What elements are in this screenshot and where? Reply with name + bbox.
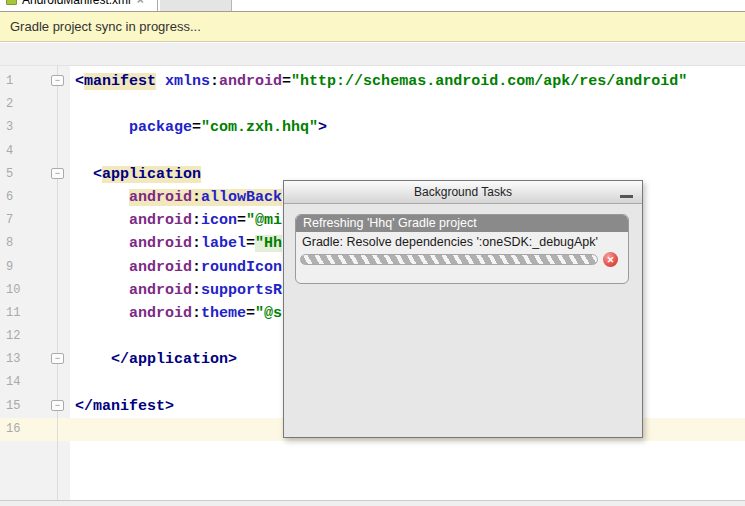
minimize-button[interactable] [620, 195, 633, 198]
code-line[interactable] [0, 140, 745, 163]
gradle-sync-banner: Gradle project sync in progress... [0, 12, 745, 42]
code-line[interactable]: package="com.zxh.hhq"> [0, 116, 745, 139]
code-line[interactable]: <manifest xmlns:android="http://schemas.… [0, 70, 745, 93]
cancel-x-icon: ✕ [607, 255, 615, 265]
fold-markers: −−−− [0, 70, 70, 500]
gradle-sync-message: Gradle project sync in progress... [10, 19, 201, 34]
dialog-body: Refreshing 'Hhq' Gradle project Gradle: … [284, 204, 642, 284]
task-label: Gradle: Resolve dependencies ':oneSDK:_d… [296, 232, 628, 249]
close-icon[interactable]: × [137, 0, 144, 7]
cancel-task-button[interactable]: ✕ [603, 252, 618, 267]
ide-window: AndroidManifest.xml × Gradle project syn… [0, 0, 745, 506]
editor-top-panel [0, 43, 745, 66]
android-manifest-file-icon [6, 0, 17, 5]
gradle-task-panel: Refreshing 'Hhq' Gradle project Gradle: … [295, 214, 629, 284]
fold-marker-icon[interactable]: − [51, 400, 64, 411]
progress-row: ✕ [296, 249, 628, 267]
fold-marker-icon[interactable]: − [51, 168, 64, 179]
fold-marker-icon[interactable]: − [51, 353, 64, 364]
dialog-title: Background Tasks [414, 185, 512, 199]
status-strip [0, 500, 745, 506]
background-tasks-dialog: Background Tasks Refreshing 'Hhq' Gradle… [283, 180, 643, 438]
dialog-titlebar[interactable]: Background Tasks [284, 181, 642, 204]
tab-androidmanifest[interactable]: AndroidManifest.xml × [0, 0, 158, 12]
editor-tab-bar: AndroidManifest.xml × [0, 0, 745, 12]
code-line[interactable] [0, 93, 745, 116]
indeterminate-progress-bar [300, 254, 598, 265]
task-header: Refreshing 'Hhq' Gradle project [296, 215, 628, 232]
fold-marker-icon[interactable]: − [51, 75, 64, 86]
tab-label: AndroidManifest.xml [22, 0, 131, 7]
inactive-tab-stub[interactable] [160, 0, 232, 12]
